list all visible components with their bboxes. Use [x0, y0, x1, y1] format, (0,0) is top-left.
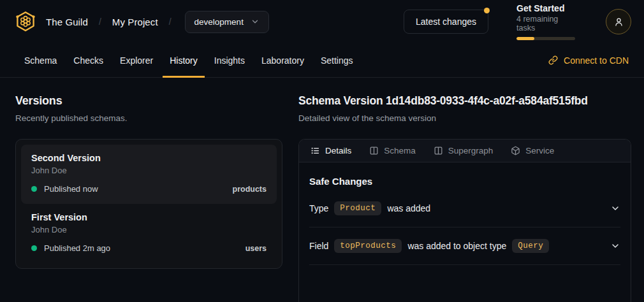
tab-history[interactable]: History — [161, 43, 206, 77]
versions-subtitle: Recently published schemas. — [15, 113, 282, 123]
chevron-down-icon[interactable] — [610, 241, 620, 251]
version-list-item[interactable]: First Version John Doe Published 2m ago … — [21, 204, 277, 263]
schema-version-subtitle: Detailed view of the schema version — [298, 113, 631, 123]
get-started-remaining-tasks: 4 remaining tasks — [516, 15, 578, 32]
breadcrumb-project[interactable]: My Project — [112, 17, 158, 27]
change-code-badge: Product — [334, 201, 381, 215]
tab-explorer[interactable]: Explorer — [112, 43, 161, 77]
change-text: was added to object type — [407, 241, 506, 251]
safe-changes-heading: Safe Changes — [309, 176, 620, 187]
detail-tab-schema[interactable]: Schema — [360, 140, 425, 162]
tab-checks[interactable]: Checks — [65, 43, 112, 77]
target-selector-value: development — [194, 17, 244, 27]
version-published-status: Published now — [44, 184, 98, 194]
main-content: Versions Recently published schemas. Sec… — [0, 78, 644, 302]
versions-title: Versions — [15, 94, 282, 108]
get-started-progress-bar — [516, 37, 575, 40]
detail-tabbar: Details Schema Supergraph — [299, 140, 631, 162]
latest-changes-label: Latest changes — [416, 17, 476, 27]
get-started-progress-fill — [516, 37, 534, 40]
guild-logo-icon[interactable] — [14, 10, 37, 33]
detail-body: Safe Changes Type Product was added Fiel… — [299, 162, 631, 265]
list-icon — [311, 146, 320, 155]
version-name: Second Version — [31, 153, 267, 163]
target-selector-dropdown[interactable]: development — [185, 11, 269, 33]
main-nav: Schema Checks Explorer History Insights … — [0, 43, 644, 78]
change-row[interactable]: Type Product was added — [309, 190, 620, 227]
version-meta: Published 2m ago users — [31, 243, 267, 253]
user-avatar[interactable] — [606, 9, 631, 34]
connect-to-cdn-link[interactable]: Connect to CDN — [548, 43, 629, 77]
version-detail-card: Details Schema Supergraph — [298, 139, 631, 302]
version-meta: Published now products — [31, 184, 267, 194]
user-icon — [613, 17, 624, 27]
change-text: was added — [387, 203, 430, 213]
detail-tab-label: Details — [325, 146, 351, 155]
schema-version-title: Schema Version 1d14db83-0933-4f4c-a02f-a… — [298, 94, 631, 108]
version-service-name: users — [245, 244, 267, 253]
tab-settings[interactable]: Settings — [312, 43, 362, 77]
version-author: John Doe — [31, 225, 267, 234]
notification-dot — [484, 8, 490, 13]
header-actions: Latest changes Get Started 4 remaining t… — [404, 3, 631, 40]
version-list-item[interactable]: Second Version John Doe Published now pr… — [21, 145, 277, 204]
columns-icon — [434, 146, 443, 155]
detail-tab-label: Schema — [384, 146, 416, 155]
cube-icon — [511, 146, 520, 155]
version-published-status: Published 2m ago — [44, 243, 110, 253]
connect-to-cdn-label: Connect to CDN — [564, 55, 629, 66]
breadcrumb-separator: / — [167, 17, 173, 27]
detail-tab-supergraph[interactable]: Supergraph — [425, 140, 502, 162]
chevron-down-icon[interactable] — [610, 203, 620, 213]
version-name: First Version — [31, 212, 267, 222]
breadcrumb-separator: / — [97, 17, 103, 27]
change-prefix: Field — [309, 241, 328, 251]
breadcrumb: The Guild / My Project / development — [14, 10, 269, 33]
version-author: John Doe — [31, 166, 267, 175]
columns-icon — [369, 146, 379, 155]
versions-panel: Versions Recently published schemas. Sec… — [15, 94, 282, 302]
detail-tab-details[interactable]: Details — [302, 140, 360, 162]
detail-tab-label: Supergraph — [448, 146, 494, 155]
app-header: The Guild / My Project / development Lat… — [0, 0, 644, 43]
get-started-title: Get Started — [516, 3, 578, 13]
published-status-dot — [31, 186, 37, 192]
detail-tab-label: Service — [525, 146, 554, 155]
chevron-down-icon — [251, 17, 260, 26]
schema-version-detail-panel: Schema Version 1d14db83-0933-4f4c-a02f-a… — [298, 94, 631, 302]
tab-insights[interactable]: Insights — [206, 43, 253, 77]
versions-list: Second Version John Doe Published now pr… — [15, 139, 282, 269]
detail-tab-service[interactable]: Service — [502, 140, 563, 162]
link-icon — [548, 55, 558, 65]
change-prefix: Type — [309, 203, 328, 213]
published-status-dot — [31, 245, 37, 251]
tab-laboratory[interactable]: Laboratory — [253, 43, 312, 77]
change-code-badge: Query — [512, 239, 549, 253]
version-service-name: products — [233, 185, 267, 194]
change-code-badge: topProducts — [334, 239, 402, 253]
change-row[interactable]: Field topProducts was added to object ty… — [309, 227, 620, 265]
tab-schema[interactable]: Schema — [16, 43, 65, 77]
breadcrumb-org[interactable]: The Guild — [46, 17, 88, 27]
latest-changes-button[interactable]: Latest changes — [404, 10, 488, 34]
get-started-widget[interactable]: Get Started 4 remaining tasks — [516, 3, 578, 40]
